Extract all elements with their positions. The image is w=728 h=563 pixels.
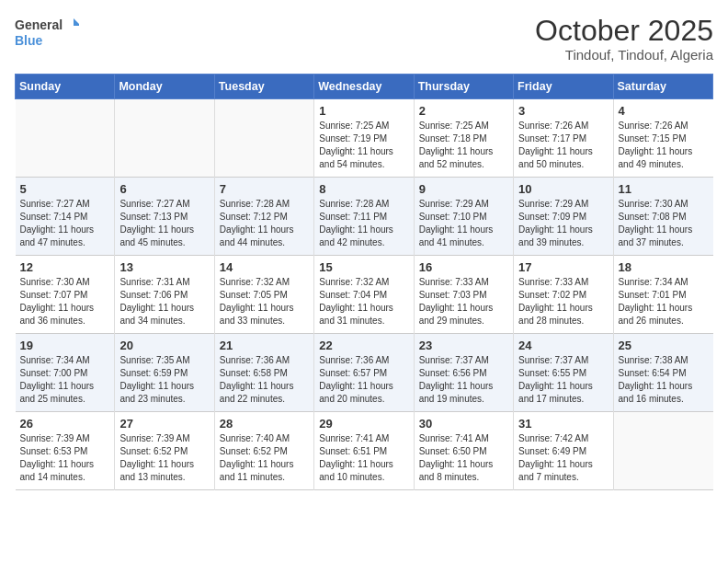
page-container: General Blue October 2025 Tindouf, Tindo… bbox=[0, 0, 728, 500]
day-number: 13 bbox=[119, 260, 209, 274]
calendar-cell: 20Sunrise: 7:35 AM Sunset: 6:59 PM Dayli… bbox=[115, 334, 214, 412]
day-number: 5 bbox=[20, 182, 110, 196]
day-number: 23 bbox=[419, 339, 508, 352]
calendar-cell: 17Sunrise: 7:33 AM Sunset: 7:02 PM Dayli… bbox=[514, 256, 613, 334]
day-number: 21 bbox=[220, 339, 309, 352]
title-block: October 2025 Tindouf, Tindouf, Algeria bbox=[535, 15, 713, 63]
day-info: Sunrise: 7:36 AM Sunset: 6:58 PM Dayligh… bbox=[220, 354, 309, 406]
calendar-cell: 26Sunrise: 7:39 AM Sunset: 6:53 PM Dayli… bbox=[16, 412, 115, 490]
day-info: Sunrise: 7:34 AM Sunset: 7:00 PM Dayligh… bbox=[20, 354, 110, 406]
day-info: Sunrise: 7:32 AM Sunset: 7:04 PM Dayligh… bbox=[319, 276, 408, 327]
calendar-cell: 24Sunrise: 7:37 AM Sunset: 6:55 PM Dayli… bbox=[514, 334, 613, 412]
calendar-cell: 19Sunrise: 7:34 AM Sunset: 7:00 PM Dayli… bbox=[16, 334, 115, 412]
day-info: Sunrise: 7:36 AM Sunset: 6:57 PM Dayligh… bbox=[319, 354, 408, 406]
calendar-week-row: 12Sunrise: 7:30 AM Sunset: 7:07 PM Dayli… bbox=[16, 256, 713, 334]
day-info: Sunrise: 7:30 AM Sunset: 7:08 PM Dayligh… bbox=[619, 198, 709, 249]
calendar-cell bbox=[214, 99, 313, 178]
day-number: 14 bbox=[220, 260, 309, 274]
calendar-week-row: 19Sunrise: 7:34 AM Sunset: 7:00 PM Dayli… bbox=[16, 334, 713, 412]
calendar-cell: 9Sunrise: 7:29 AM Sunset: 7:10 PM Daylig… bbox=[414, 178, 513, 256]
svg-text:Blue: Blue bbox=[15, 33, 43, 48]
calendar-cell: 16Sunrise: 7:33 AM Sunset: 7:03 PM Dayli… bbox=[414, 256, 513, 334]
calendar-cell: 27Sunrise: 7:39 AM Sunset: 6:52 PM Dayli… bbox=[115, 412, 214, 490]
col-monday: Monday bbox=[115, 75, 214, 99]
calendar-cell: 11Sunrise: 7:30 AM Sunset: 7:08 PM Dayli… bbox=[613, 178, 712, 256]
calendar-cell: 12Sunrise: 7:30 AM Sunset: 7:07 PM Dayli… bbox=[16, 256, 115, 334]
calendar-cell: 25Sunrise: 7:38 AM Sunset: 6:54 PM Dayli… bbox=[613, 334, 712, 412]
calendar-cell: 8Sunrise: 7:28 AM Sunset: 7:11 PM Daylig… bbox=[314, 178, 414, 256]
day-info: Sunrise: 7:25 AM Sunset: 7:19 PM Dayligh… bbox=[319, 120, 408, 171]
calendar-cell: 23Sunrise: 7:37 AM Sunset: 6:56 PM Dayli… bbox=[414, 334, 513, 412]
day-number: 30 bbox=[419, 417, 508, 431]
calendar-cell: 4Sunrise: 7:26 AM Sunset: 7:15 PM Daylig… bbox=[613, 99, 712, 178]
col-saturday: Saturday bbox=[613, 75, 712, 99]
day-info: Sunrise: 7:26 AM Sunset: 7:17 PM Dayligh… bbox=[518, 120, 608, 171]
calendar-cell: 30Sunrise: 7:41 AM Sunset: 6:50 PM Dayli… bbox=[414, 412, 513, 490]
col-wednesday: Wednesday bbox=[314, 75, 414, 99]
day-info: Sunrise: 7:28 AM Sunset: 7:12 PM Dayligh… bbox=[220, 198, 309, 249]
day-info: Sunrise: 7:27 AM Sunset: 7:13 PM Dayligh… bbox=[119, 198, 209, 249]
calendar-cell bbox=[16, 99, 115, 178]
day-info: Sunrise: 7:40 AM Sunset: 6:52 PM Dayligh… bbox=[220, 432, 309, 484]
day-number: 2 bbox=[419, 104, 508, 118]
day-info: Sunrise: 7:28 AM Sunset: 7:11 PM Dayligh… bbox=[319, 198, 408, 249]
day-number: 31 bbox=[518, 417, 608, 431]
day-number: 4 bbox=[619, 104, 709, 118]
calendar-cell: 2Sunrise: 7:25 AM Sunset: 7:18 PM Daylig… bbox=[414, 99, 513, 178]
calendar-cell bbox=[115, 99, 214, 178]
day-number: 25 bbox=[619, 339, 709, 352]
day-info: Sunrise: 7:27 AM Sunset: 7:14 PM Dayligh… bbox=[20, 198, 110, 249]
day-info: Sunrise: 7:39 AM Sunset: 6:52 PM Dayligh… bbox=[119, 432, 209, 484]
day-number: 8 bbox=[319, 182, 408, 196]
day-info: Sunrise: 7:29 AM Sunset: 7:09 PM Dayligh… bbox=[518, 198, 608, 249]
col-tuesday: Tuesday bbox=[214, 75, 313, 99]
day-info: Sunrise: 7:42 AM Sunset: 6:49 PM Dayligh… bbox=[518, 432, 608, 484]
calendar-cell: 22Sunrise: 7:36 AM Sunset: 6:57 PM Dayli… bbox=[314, 334, 414, 412]
day-number: 22 bbox=[319, 339, 408, 352]
col-friday: Friday bbox=[514, 75, 613, 99]
day-number: 16 bbox=[419, 260, 508, 274]
day-number: 3 bbox=[518, 104, 608, 118]
day-info: Sunrise: 7:37 AM Sunset: 6:55 PM Dayligh… bbox=[518, 354, 608, 406]
day-info: Sunrise: 7:34 AM Sunset: 7:01 PM Dayligh… bbox=[619, 276, 709, 327]
calendar-week-row: 5Sunrise: 7:27 AM Sunset: 7:14 PM Daylig… bbox=[16, 178, 713, 256]
day-number: 6 bbox=[119, 182, 209, 196]
day-info: Sunrise: 7:35 AM Sunset: 6:59 PM Dayligh… bbox=[119, 354, 209, 406]
day-info: Sunrise: 7:30 AM Sunset: 7:07 PM Dayligh… bbox=[20, 276, 110, 327]
logo: General Blue bbox=[15, 15, 79, 53]
day-info: Sunrise: 7:39 AM Sunset: 6:53 PM Dayligh… bbox=[20, 432, 110, 484]
calendar-week-row: 26Sunrise: 7:39 AM Sunset: 6:53 PM Dayli… bbox=[16, 412, 713, 490]
day-number: 19 bbox=[20, 339, 110, 352]
day-info: Sunrise: 7:32 AM Sunset: 7:05 PM Dayligh… bbox=[220, 276, 309, 327]
calendar-cell: 29Sunrise: 7:41 AM Sunset: 6:51 PM Dayli… bbox=[314, 412, 414, 490]
day-info: Sunrise: 7:31 AM Sunset: 7:06 PM Dayligh… bbox=[119, 276, 209, 327]
day-number: 18 bbox=[619, 260, 709, 274]
calendar-cell: 13Sunrise: 7:31 AM Sunset: 7:06 PM Dayli… bbox=[115, 256, 214, 334]
day-number: 29 bbox=[319, 417, 408, 431]
logo-svg: General Blue bbox=[15, 15, 79, 53]
day-info: Sunrise: 7:33 AM Sunset: 7:03 PM Dayligh… bbox=[419, 276, 508, 327]
day-info: Sunrise: 7:25 AM Sunset: 7:18 PM Dayligh… bbox=[419, 120, 508, 171]
calendar-cell bbox=[613, 412, 712, 490]
calendar-cell: 1Sunrise: 7:25 AM Sunset: 7:19 PM Daylig… bbox=[314, 99, 414, 178]
calendar-cell: 10Sunrise: 7:29 AM Sunset: 7:09 PM Dayli… bbox=[514, 178, 613, 256]
location-title: Tindouf, Tindouf, Algeria bbox=[535, 47, 713, 63]
day-info: Sunrise: 7:41 AM Sunset: 6:50 PM Dayligh… bbox=[419, 432, 508, 484]
day-number: 15 bbox=[319, 260, 408, 274]
day-number: 12 bbox=[20, 260, 110, 274]
day-info: Sunrise: 7:37 AM Sunset: 6:56 PM Dayligh… bbox=[419, 354, 508, 406]
day-info: Sunrise: 7:41 AM Sunset: 6:51 PM Dayligh… bbox=[319, 432, 408, 484]
calendar-cell: 21Sunrise: 7:36 AM Sunset: 6:58 PM Dayli… bbox=[214, 334, 313, 412]
col-thursday: Thursday bbox=[414, 75, 513, 99]
calendar-cell: 5Sunrise: 7:27 AM Sunset: 7:14 PM Daylig… bbox=[16, 178, 115, 256]
calendar-cell: 7Sunrise: 7:28 AM Sunset: 7:12 PM Daylig… bbox=[214, 178, 313, 256]
calendar-header-row: Sunday Monday Tuesday Wednesday Thursday… bbox=[16, 75, 713, 99]
day-number: 17 bbox=[518, 260, 608, 274]
page-header: General Blue October 2025 Tindouf, Tindo… bbox=[15, 15, 713, 63]
calendar-table: Sunday Monday Tuesday Wednesday Thursday… bbox=[15, 74, 713, 490]
calendar-cell: 18Sunrise: 7:34 AM Sunset: 7:01 PM Dayli… bbox=[613, 256, 712, 334]
day-info: Sunrise: 7:33 AM Sunset: 7:02 PM Dayligh… bbox=[518, 276, 608, 327]
calendar-cell: 15Sunrise: 7:32 AM Sunset: 7:04 PM Dayli… bbox=[314, 256, 414, 334]
day-number: 10 bbox=[518, 182, 608, 196]
day-number: 27 bbox=[119, 417, 209, 431]
